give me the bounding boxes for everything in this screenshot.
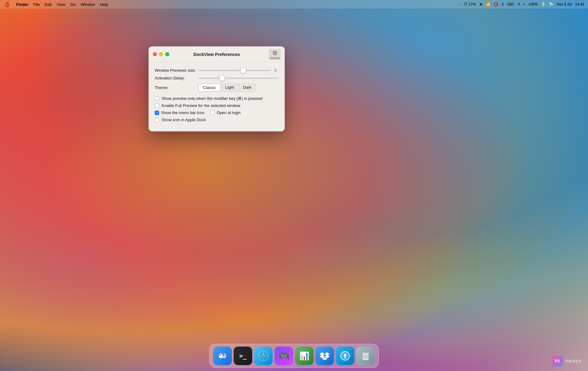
modifier-key-checkbox[interactable] [155,96,159,101]
menubar-battery[interactable]: 🔋 [541,2,546,6]
watermark: FS 梵摄创意库 [552,356,582,367]
menubar-right: ··· ⏱ 17% 🖥 📶 🔇 A ABC A ≈ 100% 🔋 📡 Sun 4… [458,2,584,6]
dock-finder[interactable] [213,347,232,365]
close-button[interactable] [153,52,157,56]
menubar-abc[interactable]: ABC [507,2,515,6]
apple-dock-label: Show icon in Apple Dock [162,117,206,122]
maximize-button[interactable] [165,52,169,56]
theme-classic[interactable]: Classic [199,84,221,91]
minimize-button[interactable] [159,52,163,56]
open-login-label: Open at login [217,110,240,115]
menubar-zoom: 100% [528,2,538,6]
dock-dropbox[interactable] [315,347,334,365]
window-previews-thumb[interactable] [240,68,246,73]
modifier-key-row: Show preview only when the modifier key … [155,96,279,101]
menubar-battery-time: ⏱ 17% [464,2,476,6]
full-preview-label: Enable Full Preview for the selected win… [162,103,240,108]
general-label: General [270,57,280,60]
menubar-approx[interactable]: ≈ [523,2,525,6]
toolbar[interactable]: ⊞ General [269,49,281,60]
window-previews-row: Window Previews size: 0 [155,68,279,73]
menubar-login-row: Show the menu bar icon Open at login [155,110,279,115]
activation-delay-row: Activation Delay: [155,76,279,80]
dock-safari[interactable] [254,347,273,365]
svg-rect-18 [362,352,369,353]
menubar-dots[interactable]: ··· [458,2,461,6]
preferences-content: Window Previews size: 0 Activation Delay… [149,62,285,131]
svg-point-3 [219,354,221,356]
activation-delay-slider-container [198,78,279,79]
theme-row: Theme: Classic Light Dark [155,83,279,92]
menu-bar-item: Show the menu bar icon [155,110,204,115]
activation-delay-track [198,78,279,79]
preferences-window: DockView Preferences ⊞ General Window Pr… [149,46,285,131]
open-login-checkbox[interactable] [210,111,215,115]
dock-trash[interactable] [356,347,375,365]
theme-segmented-control[interactable]: Classic Light Dark [198,83,256,92]
modifier-key-label: Show preview only when the modifier key … [162,96,263,101]
menubar-left: 🍎 Finder File Edit View Go Window Help [4,2,108,7]
general-icon: ⊞ [273,49,277,56]
menubar-go[interactable]: Go [70,2,76,7]
watermark-badge: FS [552,356,563,367]
menubar-view[interactable]: View [57,2,65,7]
apple-menu[interactable]: 🍎 [4,2,10,7]
menubar-datetime: Sun 4 Jul 14:42 [556,2,584,6]
dock-partymixer[interactable]: 🎮 [275,347,293,365]
activation-delay-thumb[interactable] [219,75,225,81]
watermark-text: 梵摄创意库 [565,359,582,364]
full-preview-row: Enable Full Preview for the selected win… [155,103,279,108]
apple-dock-checkbox[interactable] [155,118,159,122]
svg-point-4 [223,354,224,356]
dock-numbers[interactable]: 📊 [295,347,313,365]
window-previews-label: Window Previews size: [155,68,196,73]
theme-label: Theme: [155,85,195,90]
menubar-edit[interactable]: Edit [45,2,52,7]
menu-bar-checkbox[interactable] [155,111,159,115]
open-login-item: Open at login [210,110,240,115]
menubar-window[interactable]: Window [80,2,95,7]
desktop-background [0,0,588,371]
menubar-finder[interactable]: Finder [16,2,28,7]
window-title: DockView Preferences [193,52,240,57]
window-titlebar: DockView Preferences ⊞ General [149,46,285,62]
dock-arrdrop[interactable] [336,347,354,365]
window-controls [153,52,169,56]
theme-dark[interactable]: Dark [239,84,256,92]
menubar: 🍎 Finder File Edit View Go Window Help ·… [0,0,588,9]
theme-light[interactable]: Light [221,84,239,92]
window-previews-track [199,70,270,71]
menubar-help[interactable]: Help [100,2,108,7]
menubar-sound[interactable]: 🔇 [494,2,498,6]
apple-dock-row: Show icon in Apple Dock [155,117,279,122]
full-preview-checkbox[interactable] [155,104,159,108]
activation-delay-label: Activation Delay: [155,76,195,80]
window-previews-slider-container: 0 [199,68,279,73]
window-previews-value: 0 [272,68,279,73]
general-toolbar-item[interactable]: ⊞ General [269,49,281,60]
svg-rect-19 [364,351,367,352]
menubar-display[interactable]: 🖥 [479,2,483,6]
menubar-a2[interactable]: A [518,2,520,6]
menu-bar-label: Show the menu bar icon [161,110,204,115]
menubar-file[interactable]: File [33,2,40,7]
menubar-a1[interactable]: A [501,2,504,6]
dock: >_ 🎮 📊 [209,344,379,368]
menubar-wifi[interactable]: 📶 [486,2,491,6]
dock-terminal[interactable]: >_ [234,347,252,365]
menubar-network[interactable]: 📡 [549,2,553,6]
